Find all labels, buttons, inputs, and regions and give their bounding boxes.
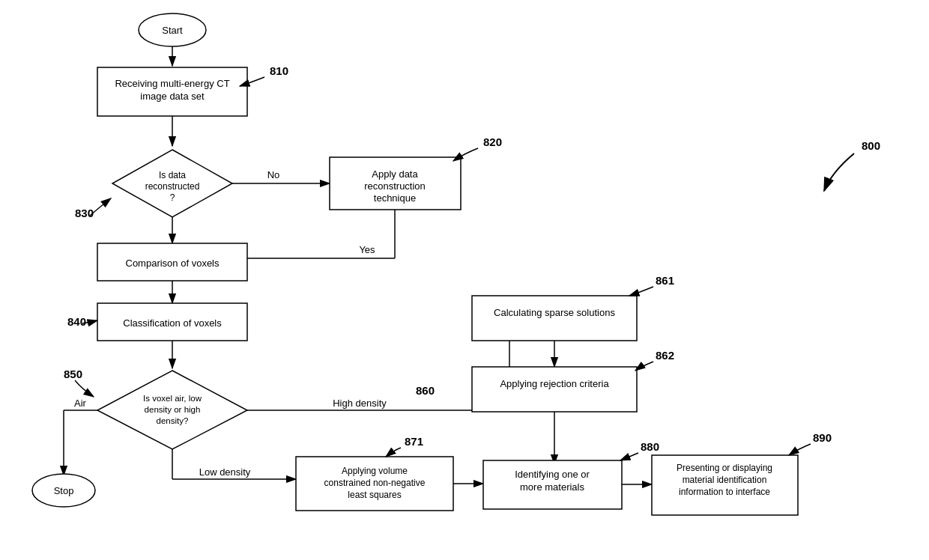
- ref-880: 880: [641, 440, 659, 453]
- step-880-text1: Identifying one or: [515, 469, 590, 480]
- step-861-box: [472, 296, 637, 341]
- step-871-text3: least squares: [348, 490, 401, 500]
- ref-871: 871: [405, 435, 423, 448]
- step-820-text1: Apply data: [372, 168, 418, 180]
- step-classification-text: Classification of voxels: [123, 317, 222, 329]
- diamond-voxel-text2: density or high: [145, 405, 201, 414]
- ref-860: 860: [416, 384, 435, 397]
- step-890-text1: Presenting or displaying: [677, 463, 772, 473]
- diamond-reconstructed-text2: reconstructed: [145, 181, 200, 192]
- ref-890: 890: [813, 431, 832, 444]
- ref-810: 810: [270, 64, 288, 77]
- diamond-reconstructed-text3: ?: [170, 192, 175, 203]
- step-890-text2: material identification: [683, 475, 767, 485]
- step-810-text-1: Receiving multi-energy CT: [115, 78, 229, 89]
- ref-830: 830: [75, 207, 94, 219]
- yes-label: Yes: [359, 244, 375, 255]
- step-880-text2: more materials: [520, 481, 584, 493]
- step-862-text1: Applying rejection criteria: [500, 378, 609, 389]
- start-label: Start: [162, 25, 183, 36]
- ref-850: 850: [64, 368, 82, 380]
- stop-label: Stop: [54, 485, 74, 496]
- diamond-voxel-text3: density?: [157, 416, 189, 425]
- step-820-text3: technique: [374, 192, 416, 204]
- step-861-text1: Calculating sparse solutions: [494, 307, 615, 318]
- flowchart: 800 Start Receiving multi-energy CT imag…: [0, 0, 929, 560]
- step-871-text1: Applying volume: [342, 466, 408, 476]
- air-label: Air: [74, 398, 87, 409]
- step-820-text2: reconstruction: [364, 180, 426, 192]
- step-862-box: [472, 367, 637, 412]
- no-label: No: [267, 169, 280, 180]
- step-890-text3: information to interface: [679, 487, 770, 497]
- ref-840: 840: [67, 315, 86, 328]
- ref-800: 800: [862, 139, 880, 152]
- step-810-text-2: image data set: [140, 91, 205, 102]
- diamond-reconstructed-text1: Is data: [159, 170, 186, 180]
- low-density-label: Low density: [199, 466, 251, 478]
- step-871-text2: constrained non-negative: [324, 478, 426, 488]
- ref-820: 820: [483, 136, 502, 148]
- diamond-voxel-text1: Is voxel air, low: [143, 394, 202, 403]
- high-density-label: High density: [333, 398, 387, 409]
- ref-862: 862: [656, 349, 674, 362]
- ref-861: 861: [656, 274, 674, 287]
- step-comparison-text: Comparison of voxels: [126, 258, 220, 269]
